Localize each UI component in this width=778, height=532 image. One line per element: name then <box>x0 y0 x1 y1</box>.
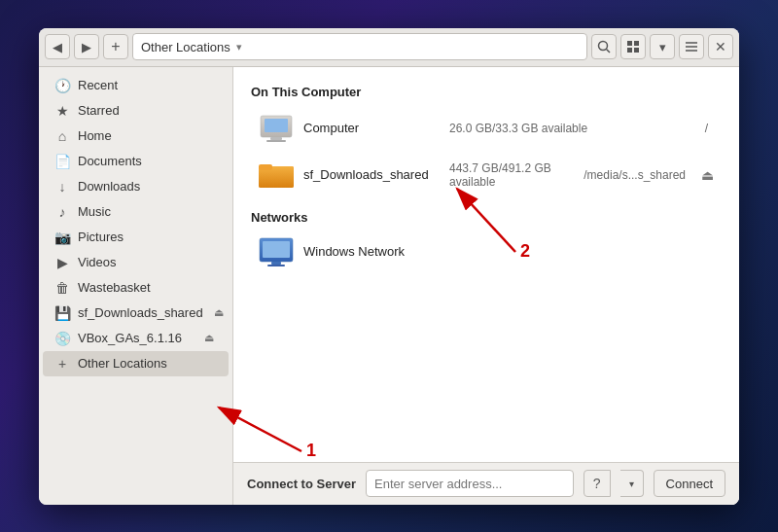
recent-icon: 🕐 <box>54 78 70 93</box>
content-scroll: On This Computer <box>233 67 739 462</box>
svg-rect-15 <box>259 164 272 170</box>
new-tab-button[interactable]: + <box>103 34 128 59</box>
main-area: 🕐 Recent ★ Starred ⌂ Home 📄 Documents ↓ <box>39 67 739 505</box>
sidebar-label-videos: Videos <box>78 255 217 269</box>
sidebar-label-pictures: Pictures <box>78 230 217 244</box>
menu-icon <box>685 41 698 53</box>
videos-icon: ▶ <box>54 255 70 270</box>
networks-header: Networks <box>251 210 722 225</box>
svg-rect-3 <box>634 41 639 46</box>
sidebar-label-recent: Recent <box>78 78 217 92</box>
sidebar-item-home[interactable]: ⌂ Home <box>43 124 229 149</box>
other-locations-icon: + <box>54 356 70 372</box>
svg-point-0 <box>599 42 608 51</box>
sidebar-label-music: Music <box>78 204 217 219</box>
help-button[interactable]: ? <box>584 470 611 497</box>
sidebar-label-home: Home <box>78 128 217 143</box>
svg-rect-11 <box>270 137 282 140</box>
content-area: On This Computer <box>233 67 739 505</box>
location-text: Other Locations <box>141 40 230 54</box>
sf-downloads-path: /media/s...s_shared <box>584 168 686 182</box>
sidebar-label-vbox: VBox_GAs_6.1.16 <box>78 331 194 345</box>
svg-rect-2 <box>627 41 632 46</box>
sidebar-label-starred: Starred <box>78 103 217 118</box>
sf-downloads-storage: 443.7 GB/491.2 GB available <box>449 161 574 189</box>
svg-rect-17 <box>263 241 290 258</box>
sidebar: 🕐 Recent ★ Starred ⌂ Home 📄 Documents ↓ <box>39 67 233 505</box>
sidebar-item-vbox[interactable]: 💿 VBox_GAs_6.1.16 ⏏ <box>43 326 229 351</box>
starred-icon: ★ <box>54 103 70 119</box>
location-bar: Other Locations ▾ <box>132 33 587 60</box>
windows-network-row[interactable]: Windows Network <box>251 231 722 273</box>
sidebar-item-pictures[interactable]: 📷 Pictures <box>43 225 229 250</box>
connect-to-server-label: Connect to Server <box>247 477 356 491</box>
search-icon <box>597 40 611 53</box>
sidebar-item-other-locations[interactable]: + Other Locations <box>43 351 229 376</box>
sidebar-item-videos[interactable]: ▶ Videos <box>43 250 229 275</box>
sidebar-item-downloads[interactable]: ↓ Downloads <box>43 174 229 199</box>
svg-rect-5 <box>634 48 639 53</box>
bottom-bar: Connect to Server ? ▾ Connect <box>233 462 739 505</box>
sf-downloads-row[interactable]: sf_Downloads_shared 443.7 GB/491.2 GB av… <box>251 152 722 198</box>
sf-downloads-folder-icon <box>259 158 294 193</box>
music-icon: ♪ <box>54 204 70 220</box>
downloads-icon: ↓ <box>54 179 70 195</box>
svg-rect-4 <box>627 48 632 53</box>
computer-path: / <box>705 122 708 135</box>
back-button[interactable]: ◀ <box>45 34 70 59</box>
svg-rect-19 <box>267 265 285 266</box>
bookmarks-dropdown-button[interactable]: ▾ <box>620 470 644 497</box>
svg-rect-18 <box>271 262 281 265</box>
computer-name: Computer <box>303 121 440 135</box>
documents-icon: 📄 <box>54 154 70 169</box>
sidebar-label-wastebasket: Wastebasket <box>78 280 217 295</box>
sidebar-label-sf-downloads: sf_Downloads_shared <box>78 305 203 320</box>
sf-downloads-row-eject[interactable]: ⏏ <box>701 167 714 183</box>
svg-rect-12 <box>266 140 286 142</box>
sidebar-item-documents[interactable]: 📄 Documents <box>43 149 229 174</box>
view-button[interactable] <box>620 34 646 59</box>
sf-downloads-icon: 💾 <box>54 305 70 321</box>
sidebar-item-recent[interactable]: 🕐 Recent <box>43 73 229 98</box>
computer-storage: 26.0 GB/33.3 GB available <box>449 122 695 135</box>
sidebar-item-sf-downloads[interactable]: 💾 sf_Downloads_shared ⏏ <box>43 301 229 326</box>
view-icon <box>626 40 640 53</box>
sidebar-label-other-locations: Other Locations <box>78 356 217 371</box>
sf-downloads-eject-button[interactable]: ⏏ <box>211 305 227 320</box>
forward-button[interactable]: ▶ <box>74 34 99 59</box>
sidebar-item-music[interactable]: ♪ Music <box>43 199 229 225</box>
sidebar-label-downloads: Downloads <box>78 179 217 194</box>
home-icon: ⌂ <box>54 128 70 144</box>
computer-row[interactable]: Computer 26.0 GB/33.3 GB available / <box>251 105 722 152</box>
connect-button[interactable]: Connect <box>654 470 725 497</box>
server-address-input[interactable] <box>366 470 574 497</box>
on-this-computer-header: On This Computer <box>251 85 722 99</box>
view-chevron-icon: ▾ <box>659 40 666 54</box>
windows-network-name: Windows Network <box>303 244 440 259</box>
view-chevron-button[interactable]: ▾ <box>650 34 675 59</box>
titlebar: ◀ ▶ + Other Locations ▾ <box>39 28 739 67</box>
menu-button[interactable] <box>679 34 704 59</box>
sf-downloads-name: sf_Downloads_shared <box>303 167 440 182</box>
vbox-eject-button[interactable]: ⏏ <box>201 331 217 345</box>
sidebar-item-starred[interactable]: ★ Starred <box>43 98 229 124</box>
svg-rect-10 <box>265 119 288 132</box>
close-button[interactable]: ✕ <box>708 34 733 59</box>
sidebar-item-wastebasket[interactable]: 🗑 Wastebasket <box>43 275 229 301</box>
sidebar-label-documents: Documents <box>78 154 217 168</box>
computer-icon <box>259 111 294 146</box>
svg-line-1 <box>607 50 611 53</box>
pictures-icon: 📷 <box>54 230 70 245</box>
vbox-icon: 💿 <box>54 331 70 346</box>
network-icon <box>259 236 294 267</box>
location-chevron-icon: ▾ <box>236 41 242 53</box>
search-button[interactable] <box>591 34 617 59</box>
wastebasket-icon: 🗑 <box>54 280 70 296</box>
